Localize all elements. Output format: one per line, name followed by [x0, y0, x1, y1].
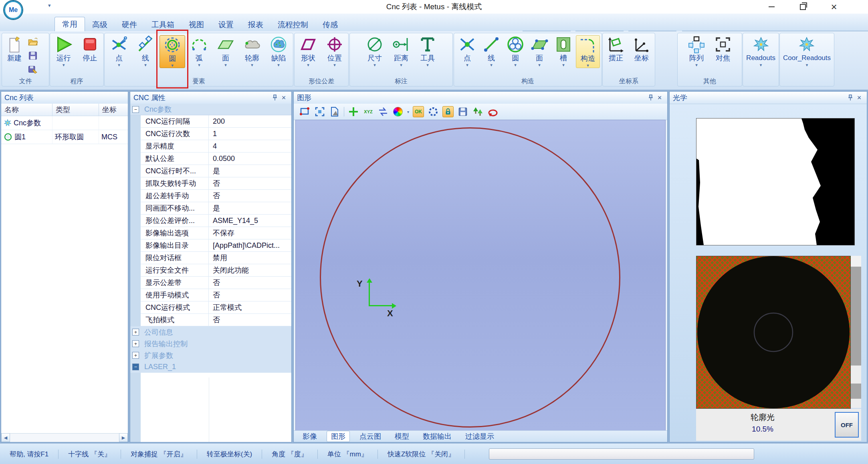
column-header-type[interactable]: 类型 — [52, 104, 99, 116]
ribbon-tab[interactable]: 常用 — [55, 17, 85, 31]
collapse-icon[interactable] — [132, 106, 139, 113]
property-category-collapsed[interactable]: 公司信息 — [130, 326, 291, 338]
measure-line-button[interactable]: 线 ▾ — [133, 35, 158, 68]
construct-slot-button[interactable]: 槽 ▾ — [552, 35, 575, 68]
property-row[interactable]: 默认公差 0.0500 — [141, 153, 291, 165]
close-icon[interactable]: × — [655, 94, 664, 102]
view-tab[interactable]: 过滤显示 — [461, 431, 498, 442]
status-item[interactable]: 十字线 『关』 — [59, 450, 121, 459]
view-tab[interactable]: 点云图 — [355, 431, 385, 442]
property-row[interactable]: 飞拍模式 否 — [141, 314, 291, 326]
align-button[interactable]: 摆正 — [604, 35, 628, 62]
xyz-readout-icon[interactable]: XYZ — [363, 106, 374, 117]
scene-trees-icon[interactable] — [472, 106, 483, 117]
measure-defect-button[interactable]: 缺陷 ▾ — [266, 35, 291, 68]
minimize-button[interactable] — [765, 2, 777, 12]
quick-access-dropdown-icon[interactable]: ▾ — [48, 2, 51, 8]
coordinate-button[interactable]: 坐标 — [630, 35, 654, 62]
app-logo[interactable]: Me — [4, 1, 22, 19]
distance-button[interactable]: 距离 ▾ — [389, 35, 414, 67]
gdt-position-button[interactable]: 位置 ▾ — [322, 35, 347, 67]
add-point-icon[interactable] — [348, 106, 359, 117]
open-button[interactable] — [27, 36, 39, 48]
color-wheel-icon[interactable] — [392, 106, 404, 117]
view-tab[interactable]: 图形 — [327, 431, 350, 442]
measure-contour-button[interactable]: 轮廓 ▾ — [240, 35, 264, 68]
ribbon-tab[interactable]: 硬件 — [115, 18, 144, 31]
property-row[interactable]: CNC运行时不... 是 — [141, 165, 291, 177]
pin-icon[interactable] — [846, 94, 855, 102]
scroll-right-icon[interactable]: ▶ — [119, 433, 128, 442]
redo-rotate-icon[interactable] — [487, 106, 498, 117]
run-button[interactable]: 运行 ▾ — [51, 35, 76, 67]
status-item[interactable]: 转至极坐标(关) — [197, 450, 262, 459]
save-as-button[interactable] — [27, 63, 39, 75]
property-row[interactable]: 限位对话框 禁用 — [141, 252, 291, 264]
status-item[interactable]: 对象捕捉 『开启』 — [121, 450, 197, 459]
horizontal-scrollbar[interactable]: ◀ ▶ — [1, 433, 128, 442]
scrollbar-track[interactable] — [10, 433, 119, 442]
new-button[interactable]: 新建 — [2, 35, 27, 75]
expand-icon[interactable] — [132, 352, 139, 359]
property-row[interactable]: 同画面不移动... 是 — [141, 202, 291, 215]
close-icon[interactable]: × — [279, 94, 288, 102]
construct-circle-button[interactable]: 圆 ▾ — [504, 35, 527, 68]
chevron-down-icon[interactable]: ▾ — [407, 110, 409, 114]
array-button[interactable]: 阵列 ▾ — [684, 35, 709, 67]
property-row[interactable]: 形位公差评价... ASME_Y14_5 — [141, 215, 291, 227]
property-row[interactable]: 运行安全文件 关闭此功能 — [141, 264, 291, 277]
property-row[interactable]: CNC运行次数 1 — [141, 128, 291, 140]
property-row[interactable]: 使用手动模式 否 — [141, 289, 291, 301]
ribbon-tab[interactable]: 流程控制 — [270, 18, 315, 31]
construct-line-button[interactable]: 线 ▾ — [480, 35, 503, 68]
save-button[interactable] — [27, 50, 39, 62]
expand-icon[interactable] — [132, 329, 139, 335]
expand-icon[interactable] — [132, 364, 139, 370]
status-item[interactable]: 角度 『度』 — [262, 450, 318, 459]
table-row[interactable]: 圆1 环形取圆 MCS — [1, 130, 128, 144]
text-tool-button[interactable]: 工具 ▾ — [415, 35, 440, 67]
view-tab[interactable]: 影像 — [299, 431, 321, 442]
zoom-fit-icon[interactable] — [314, 106, 325, 117]
column-header-name[interactable]: 名称 — [1, 104, 52, 116]
scroll-left-icon[interactable]: ◀ — [1, 433, 10, 442]
ribbon-tab[interactable]: 传感 — [315, 18, 345, 31]
save-view-icon[interactable] — [457, 106, 468, 117]
property-row[interactable]: 抓取失败转手动 否 — [141, 177, 291, 190]
zoom-region-icon[interactable] — [299, 106, 311, 117]
ribbon-tab[interactable]: 设置 — [211, 18, 241, 31]
gear-ring-icon[interactable] — [428, 106, 439, 117]
property-row[interactable]: 显示精度 4 — [141, 140, 291, 153]
status-item[interactable]: 帮助, 请按F1 — [0, 450, 59, 459]
property-category-collapsed[interactable]: LASER_1 — [130, 361, 291, 373]
property-row[interactable]: 影像输出目录 [AppPath]\CADPict... — [141, 239, 291, 252]
property-row[interactable]: CNC运行模式 正常模式 — [141, 301, 291, 314]
expand-icon[interactable] — [132, 340, 139, 347]
light-intensity-slider[interactable] — [851, 256, 861, 408]
property-row[interactable]: 超公差转手动 否 — [141, 190, 291, 202]
construct-plane-button[interactable]: 面 ▾ — [528, 35, 551, 68]
graphics-canvas[interactable]: Y X — [295, 120, 666, 431]
ok-confirm-icon[interactable]: OK — [413, 106, 424, 117]
construct-point-button[interactable]: 点 ▾ — [456, 35, 479, 68]
property-row[interactable]: 影像输出选项 不保存 — [141, 227, 291, 239]
property-category-collapsed[interactable]: 报告输出控制 — [130, 338, 291, 350]
close-icon[interactable]: × — [855, 94, 864, 102]
measure-arc-button[interactable]: 弧 ▾ — [187, 35, 212, 68]
property-category-collapsed[interactable]: 扩展参数 — [130, 350, 291, 361]
close-button[interactable]: × — [828, 2, 840, 12]
view-tab[interactable]: 模型 — [391, 431, 413, 442]
table-row[interactable]: Cnc参数 — [1, 116, 128, 130]
readouts-button[interactable]: Readouts ▾ — [745, 35, 777, 67]
light-off-button[interactable]: OFF — [835, 412, 859, 438]
measure-point-button[interactable]: 点 ▾ — [107, 35, 131, 68]
pin-icon[interactable] — [270, 94, 279, 102]
restore-button[interactable] — [797, 2, 809, 12]
lock-icon[interactable] — [442, 106, 454, 117]
property-category-expanded[interactable]: Cnc参数 — [130, 104, 291, 115]
page-view-icon[interactable] — [329, 106, 340, 117]
coor-readouts-button[interactable]: Coor_Readouts ▾ — [781, 35, 832, 67]
status-item[interactable]: 单位 『mm』 — [318, 450, 378, 459]
pin-icon[interactable] — [646, 94, 655, 102]
gdt-shape-button[interactable]: 形状 ▾ — [296, 35, 321, 67]
